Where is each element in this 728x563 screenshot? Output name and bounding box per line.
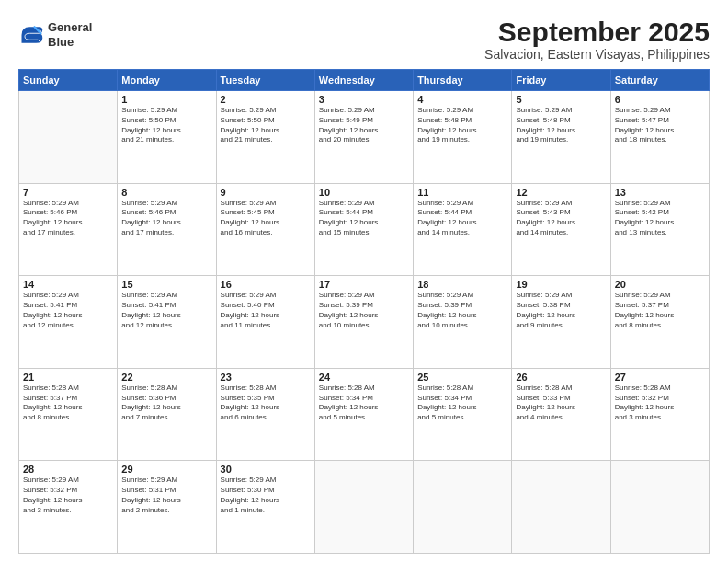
cell-5-5 (414, 461, 512, 554)
day-info: Sunrise: 5:29 AM Sunset: 5:44 PM Dayligh… (417, 199, 507, 238)
cell-3-6: 19Sunrise: 5:29 AM Sunset: 5:38 PM Dayli… (512, 276, 610, 369)
day-number: 15 (121, 279, 211, 290)
title-block: September 2025 Salvacion, Eastern Visaya… (484, 17, 710, 62)
day-info: Sunrise: 5:29 AM Sunset: 5:42 PM Dayligh… (615, 199, 705, 238)
cell-2-6: 12Sunrise: 5:29 AM Sunset: 5:43 PM Dayli… (512, 183, 610, 276)
day-info: Sunrise: 5:29 AM Sunset: 5:44 PM Dayligh… (319, 199, 409, 238)
day-info: Sunrise: 5:29 AM Sunset: 5:48 PM Dayligh… (516, 106, 606, 145)
cell-3-2: 15Sunrise: 5:29 AM Sunset: 5:41 PM Dayli… (118, 276, 216, 369)
cell-4-5: 25Sunrise: 5:28 AM Sunset: 5:34 PM Dayli… (414, 368, 512, 461)
cell-4-1: 21Sunrise: 5:28 AM Sunset: 5:37 PM Dayli… (19, 368, 118, 461)
month-title: September 2025 (484, 17, 710, 47)
day-number: 10 (319, 187, 409, 198)
week-row-2: 7Sunrise: 5:29 AM Sunset: 5:46 PM Daylig… (19, 183, 710, 276)
day-info: Sunrise: 5:29 AM Sunset: 5:37 PM Dayligh… (615, 291, 705, 330)
cell-4-2: 22Sunrise: 5:28 AM Sunset: 5:36 PM Dayli… (118, 368, 216, 461)
day-info: Sunrise: 5:28 AM Sunset: 5:35 PM Dayligh… (221, 384, 311, 423)
cell-2-2: 8Sunrise: 5:29 AM Sunset: 5:46 PM Daylig… (118, 183, 216, 276)
day-number: 26 (516, 372, 606, 383)
day-number: 1 (121, 94, 211, 105)
day-info: Sunrise: 5:29 AM Sunset: 5:39 PM Dayligh… (319, 291, 409, 330)
cell-3-3: 16Sunrise: 5:29 AM Sunset: 5:40 PM Dayli… (216, 276, 314, 369)
day-info: Sunrise: 5:29 AM Sunset: 5:32 PM Dayligh… (23, 476, 113, 515)
calendar-page: General Blue September 2025 Salvacion, E… (0, 0, 728, 563)
cell-1-2: 1Sunrise: 5:29 AM Sunset: 5:50 PM Daylig… (118, 91, 216, 184)
cell-4-6: 26Sunrise: 5:28 AM Sunset: 5:33 PM Dayli… (512, 368, 610, 461)
cell-1-4: 3Sunrise: 5:29 AM Sunset: 5:49 PM Daylig… (314, 91, 413, 184)
day-info: Sunrise: 5:29 AM Sunset: 5:45 PM Dayligh… (221, 199, 311, 238)
day-number: 2 (221, 94, 311, 105)
day-info: Sunrise: 5:28 AM Sunset: 5:37 PM Dayligh… (23, 384, 113, 423)
day-info: Sunrise: 5:29 AM Sunset: 5:30 PM Dayligh… (221, 476, 311, 515)
day-number: 8 (121, 187, 211, 198)
day-number: 25 (417, 372, 507, 383)
col-thursday: Thursday (414, 70, 512, 91)
cell-5-3: 30Sunrise: 5:29 AM Sunset: 5:30 PM Dayli… (216, 461, 314, 554)
day-info: Sunrise: 5:29 AM Sunset: 5:50 PM Dayligh… (221, 106, 311, 145)
week-row-1: 1Sunrise: 5:29 AM Sunset: 5:50 PM Daylig… (19, 91, 710, 184)
cell-5-6 (512, 461, 610, 554)
day-number: 9 (221, 187, 311, 198)
day-info: Sunrise: 5:28 AM Sunset: 5:34 PM Dayligh… (319, 384, 409, 423)
day-number: 6 (615, 94, 705, 105)
day-number: 14 (23, 279, 113, 290)
day-info: Sunrise: 5:28 AM Sunset: 5:34 PM Dayligh… (417, 384, 507, 423)
day-number: 27 (615, 372, 705, 383)
day-info: Sunrise: 5:28 AM Sunset: 5:32 PM Dayligh… (615, 384, 705, 423)
day-info: Sunrise: 5:28 AM Sunset: 5:36 PM Dayligh… (121, 384, 211, 423)
col-tuesday: Tuesday (216, 70, 314, 91)
cell-4-4: 24Sunrise: 5:28 AM Sunset: 5:34 PM Dayli… (314, 368, 413, 461)
day-number: 18 (417, 279, 507, 290)
logo-line2: Blue (48, 35, 74, 49)
day-number: 5 (516, 94, 606, 105)
day-number: 12 (516, 187, 606, 198)
col-monday: Monday (118, 70, 216, 91)
cell-4-3: 23Sunrise: 5:28 AM Sunset: 5:35 PM Dayli… (216, 368, 314, 461)
day-info: Sunrise: 5:29 AM Sunset: 5:41 PM Dayligh… (23, 291, 113, 330)
day-number: 21 (23, 372, 113, 383)
day-info: Sunrise: 5:29 AM Sunset: 5:38 PM Dayligh… (516, 291, 606, 330)
header: General Blue September 2025 Salvacion, E… (18, 17, 710, 62)
day-number: 3 (319, 94, 409, 105)
cell-3-1: 14Sunrise: 5:29 AM Sunset: 5:41 PM Dayli… (19, 276, 118, 369)
day-number: 4 (417, 94, 507, 105)
col-wednesday: Wednesday (314, 70, 413, 91)
cell-1-5: 4Sunrise: 5:29 AM Sunset: 5:48 PM Daylig… (414, 91, 512, 184)
logo: General Blue (18, 20, 92, 49)
week-row-5: 28Sunrise: 5:29 AM Sunset: 5:32 PM Dayli… (19, 461, 710, 554)
day-info: Sunrise: 5:29 AM Sunset: 5:43 PM Dayligh… (516, 199, 606, 238)
cell-1-3: 2Sunrise: 5:29 AM Sunset: 5:50 PM Daylig… (216, 91, 314, 184)
calendar-table: Sunday Monday Tuesday Wednesday Thursday… (18, 69, 710, 554)
col-saturday: Saturday (610, 70, 709, 91)
header-row: Sunday Monday Tuesday Wednesday Thursday… (19, 70, 710, 91)
cell-2-1: 7Sunrise: 5:29 AM Sunset: 5:46 PM Daylig… (19, 183, 118, 276)
day-number: 22 (121, 372, 211, 383)
logo-text: General Blue (48, 20, 92, 49)
day-number: 24 (319, 372, 409, 383)
cell-5-1: 28Sunrise: 5:29 AM Sunset: 5:32 PM Dayli… (19, 461, 118, 554)
col-sunday: Sunday (19, 70, 118, 91)
cell-2-3: 9Sunrise: 5:29 AM Sunset: 5:45 PM Daylig… (216, 183, 314, 276)
day-info: Sunrise: 5:29 AM Sunset: 5:49 PM Dayligh… (319, 106, 409, 145)
day-number: 19 (516, 279, 606, 290)
week-row-4: 21Sunrise: 5:28 AM Sunset: 5:37 PM Dayli… (19, 368, 710, 461)
week-row-3: 14Sunrise: 5:29 AM Sunset: 5:41 PM Dayli… (19, 276, 710, 369)
day-info: Sunrise: 5:29 AM Sunset: 5:39 PM Dayligh… (417, 291, 507, 330)
cell-1-6: 5Sunrise: 5:29 AM Sunset: 5:48 PM Daylig… (512, 91, 610, 184)
cell-2-5: 11Sunrise: 5:29 AM Sunset: 5:44 PM Dayli… (414, 183, 512, 276)
day-info: Sunrise: 5:29 AM Sunset: 5:40 PM Dayligh… (221, 291, 311, 330)
cell-4-7: 27Sunrise: 5:28 AM Sunset: 5:32 PM Dayli… (610, 368, 709, 461)
day-info: Sunrise: 5:28 AM Sunset: 5:33 PM Dayligh… (516, 384, 606, 423)
day-info: Sunrise: 5:29 AM Sunset: 5:47 PM Dayligh… (615, 106, 705, 145)
cell-3-7: 20Sunrise: 5:29 AM Sunset: 5:37 PM Dayli… (610, 276, 709, 369)
day-info: Sunrise: 5:29 AM Sunset: 5:41 PM Dayligh… (121, 291, 211, 330)
cell-2-7: 13Sunrise: 5:29 AM Sunset: 5:42 PM Dayli… (610, 183, 709, 276)
day-number: 7 (23, 187, 113, 198)
col-friday: Friday (512, 70, 610, 91)
day-number: 23 (221, 372, 311, 383)
logo-icon (18, 22, 44, 48)
cell-2-4: 10Sunrise: 5:29 AM Sunset: 5:44 PM Dayli… (314, 183, 413, 276)
day-info: Sunrise: 5:29 AM Sunset: 5:46 PM Dayligh… (23, 199, 113, 238)
day-info: Sunrise: 5:29 AM Sunset: 5:31 PM Dayligh… (121, 476, 211, 515)
day-number: 11 (417, 187, 507, 198)
